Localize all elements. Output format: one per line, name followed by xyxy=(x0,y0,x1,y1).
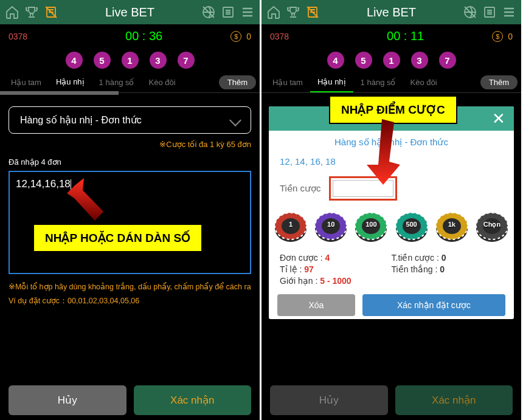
status-row: 0378 00 : 11 $0 xyxy=(262,24,521,48)
tab[interactable]: Hậu nhị xyxy=(310,72,353,92)
tab-more-button[interactable]: Thêm xyxy=(219,75,256,89)
screen-left: Live BET 0378 00 : 36 $0 4 5 1 3 7 Hậu t… xyxy=(0,0,260,420)
header-title: Live BET xyxy=(61,5,198,19)
balls-row: 4 5 1 3 7 xyxy=(0,48,260,72)
max-bet-label: ※Cược tối đa 1 kỳ 65 đơn xyxy=(0,140,260,155)
status-row: 0378 00 : 36 $0 xyxy=(0,24,260,48)
tab[interactable]: 1 hàng số xyxy=(353,73,403,92)
home-icon[interactable] xyxy=(266,5,281,19)
coin-balance: $0 xyxy=(230,31,251,42)
ball: 5 xyxy=(94,52,111,69)
coin-balance: $0 xyxy=(492,31,513,42)
menu-icon[interactable] xyxy=(502,5,516,19)
chip-1k[interactable]: 1k xyxy=(434,212,470,243)
game-id: 0378 xyxy=(270,32,319,41)
balls-row: 4 5 1 3 7 xyxy=(262,48,521,72)
coin-icon: $ xyxy=(492,31,503,42)
input-count-label: Đã nhập 4 đơn xyxy=(0,155,260,169)
chip-10[interactable]: 10 xyxy=(313,212,349,243)
tabs-row: Hậu tam Hậu nhị 1 hàng số Kèo đôi Thêm xyxy=(0,72,260,93)
tab[interactable]: Hậu tam xyxy=(265,73,310,92)
chevron-down-icon xyxy=(229,114,241,126)
tab-more-button[interactable]: Thêm xyxy=(480,75,518,89)
footer-buttons: Hủy Xác nhận xyxy=(270,385,513,415)
chip-custom[interactable]: Chọn xyxy=(474,212,510,243)
chips-row: 1 10 100 500 1k Chọn xyxy=(269,208,514,247)
paper-icon[interactable] xyxy=(44,5,58,19)
tab[interactable]: Hậu tam xyxy=(4,73,49,92)
ball: 4 xyxy=(327,52,344,69)
tab[interactable]: Hậu nhị xyxy=(49,72,92,92)
menu-icon[interactable] xyxy=(240,5,255,19)
ball: 3 xyxy=(150,52,167,69)
ball: 1 xyxy=(383,52,400,69)
trophy-icon[interactable] xyxy=(24,5,39,19)
globe-icon[interactable] xyxy=(463,5,477,19)
arrow-icon xyxy=(67,178,109,227)
confirm-bet-button[interactable]: Xác nhận đặt cược xyxy=(362,294,505,316)
svg-marker-24 xyxy=(67,178,103,221)
trophy-icon[interactable] xyxy=(286,5,300,19)
header-title: Live BET xyxy=(323,5,460,19)
footer-buttons: Hủy Xác nhận xyxy=(9,385,251,415)
arrow-icon xyxy=(365,119,407,186)
game-id: 0378 xyxy=(9,32,57,41)
dropdown-label: Hàng số hậu nhị - Đơn thức xyxy=(20,114,142,126)
tab[interactable]: Kèo đôi xyxy=(403,73,444,92)
cancel-button[interactable]: Hủy xyxy=(9,385,126,415)
list-icon[interactable] xyxy=(221,5,235,19)
header: Live BET xyxy=(0,0,260,24)
globe-icon[interactable] xyxy=(201,5,216,19)
ball: 7 xyxy=(178,52,195,69)
close-icon[interactable]: ✕ xyxy=(492,109,505,128)
svg-marker-25 xyxy=(367,119,400,185)
ball: 7 xyxy=(439,52,456,69)
scrollbar[interactable] xyxy=(0,91,119,95)
bet-amount-label: Tiền cược xyxy=(280,183,320,194)
chip-1[interactable]: 1 xyxy=(272,212,309,243)
chip-100[interactable]: 100 xyxy=(353,212,389,243)
example-text: Ví dụ đặt cược：00,01,02,03,04,05,06 xyxy=(0,294,260,309)
confirm-button[interactable]: Xác nhận xyxy=(134,385,252,415)
ball: 1 xyxy=(122,52,139,69)
ball: 3 xyxy=(411,52,428,69)
chip-500[interactable]: 500 xyxy=(393,212,430,243)
bet-stats: Đơn cược : 4 T.tiền cược : 0 Tỉ lệ : 97 … xyxy=(269,247,514,289)
timer: 00 : 36 xyxy=(57,29,230,43)
bet-type-dropdown[interactable]: Hàng số hậu nhị - Đơn thức xyxy=(9,106,251,134)
ball: 4 xyxy=(66,52,83,69)
annotation-label: NHẬP HOẶC DÁN DÀN SỐ xyxy=(33,224,203,252)
home-icon[interactable] xyxy=(5,5,19,19)
modal-buttons: Xóa Xác nhận đặt cược xyxy=(269,289,514,321)
hint-text: ※Mỗi tổ hợp hãy dùng khoảng trắng, dấu p… xyxy=(0,276,260,294)
paper-icon[interactable] xyxy=(305,5,320,19)
tabs-row: Hậu tam Hậu nhị 1 hàng số Kèo đôi Thêm xyxy=(262,72,521,93)
numbers-input[interactable]: 12,14,16,18 xyxy=(9,171,251,274)
tab[interactable]: Kèo đôi xyxy=(141,73,182,92)
ball: 5 xyxy=(355,52,372,69)
screen-right: Live BET 0378 00 : 11 $0 4 5 1 3 7 Hậu t… xyxy=(262,0,521,420)
tab[interactable]: 1 hàng số xyxy=(92,73,142,92)
header: Live BET xyxy=(262,0,521,24)
delete-button[interactable]: Xóa xyxy=(277,294,355,316)
confirm-button[interactable]: Xác nhận xyxy=(395,385,513,415)
cancel-button[interactable]: Hủy xyxy=(270,385,388,415)
list-icon[interactable] xyxy=(482,5,497,19)
timer: 00 : 11 xyxy=(319,29,492,43)
coin-icon: $ xyxy=(230,31,241,42)
